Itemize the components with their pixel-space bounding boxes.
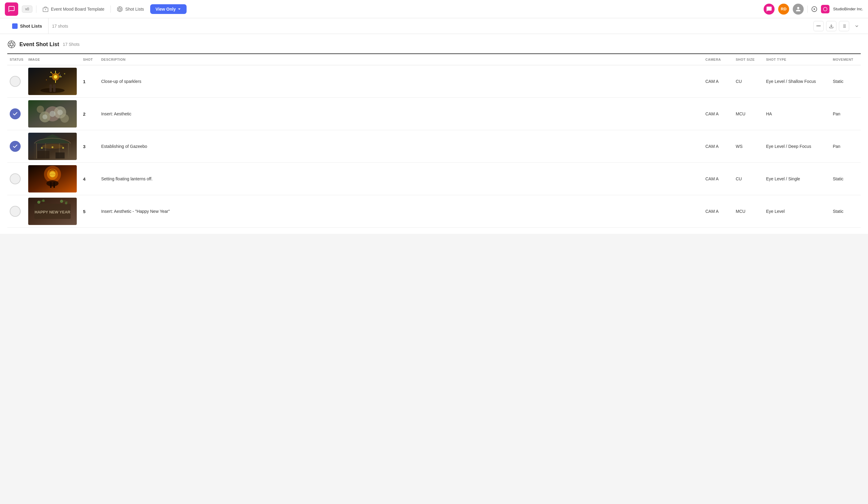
shot-image [28, 133, 77, 160]
play-icon[interactable] [811, 6, 817, 12]
aperture-icon [117, 6, 123, 12]
comment-icon [766, 6, 772, 12]
svg-point-69 [46, 180, 59, 187]
nav-right: RD StudioBinder Inc. [764, 4, 863, 14]
more-icon: ••• [816, 24, 821, 28]
shot-description: Insert: Aesthetic - "Happy New Year" [101, 209, 169, 214]
logo-icon [8, 6, 15, 13]
shot-list-header: Event Shot List 17 Shots [7, 40, 861, 49]
version-badge[interactable]: v0 [22, 6, 32, 13]
col-header-image: IMAGE [26, 54, 80, 65]
svg-point-62 [62, 147, 64, 149]
shot-camera: CAM A [705, 111, 719, 116]
shot-size: CU [736, 79, 742, 84]
app-logo[interactable] [5, 2, 18, 16]
view-only-button[interactable]: View Only [150, 4, 187, 14]
shot-lists-tab[interactable]: Shot Lists [6, 18, 49, 34]
svg-point-36 [60, 75, 61, 76]
shot-number: 2 [83, 111, 85, 117]
shot-list-title: Event Shot List [19, 41, 59, 48]
status-checked-icon[interactable] [10, 141, 21, 152]
shot-size: MCU [736, 111, 745, 116]
shot-movement: Static [833, 209, 844, 214]
svg-text:HAPPY NEW YEAR: HAPPY NEW YEAR [34, 210, 71, 214]
download-button[interactable] [826, 21, 836, 31]
svg-point-75 [37, 201, 40, 204]
status-checked-icon[interactable] [10, 108, 21, 119]
shot-list-logo-icon [7, 40, 16, 49]
version-label: v0 [25, 7, 29, 11]
shot-movement: Pan [833, 111, 840, 116]
table-row[interactable]: HAPPY NEW YEAR 5Insert: Aesthetic - "Hap… [7, 195, 861, 228]
svg-rect-55 [36, 143, 37, 159]
table-row[interactable]: 4Setting floating lanterns off.CAM ACUEy… [7, 163, 861, 195]
shot-type: Eye Level / Shallow Focus [766, 79, 816, 84]
table-row[interactable]: 1Close-up of sparklersCAM ACUEye Level /… [7, 65, 861, 98]
shot-lists-nav-item[interactable]: Shot Lists [114, 5, 146, 13]
status-unchecked-icon[interactable] [10, 206, 21, 217]
svg-point-76 [42, 200, 44, 202]
shot-number: 1 [83, 79, 85, 84]
table-body: 1Close-up of sparklersCAM ACUEye Level /… [7, 65, 861, 228]
shot-description: Setting floating lanterns off. [101, 177, 152, 181]
col-header-shot: SHOT [80, 54, 99, 65]
svg-marker-11 [814, 8, 815, 10]
chevron-down-icon [177, 7, 181, 11]
chevron-icon [854, 24, 859, 29]
view-only-label: View Only [156, 7, 176, 11]
shot-size: CU [736, 177, 742, 181]
svg-point-37 [46, 80, 47, 80]
svg-point-28 [54, 75, 57, 79]
shot-size: WS [736, 144, 743, 149]
svg-line-20 [12, 43, 14, 47]
svg-rect-56 [68, 143, 69, 159]
list-icon [841, 24, 846, 29]
table-row[interactable]: 2Insert: AestheticCAM AMCUHAPan [7, 98, 861, 130]
shot-number: 5 [83, 209, 85, 214]
shot-description: Insert: Aesthetic [101, 111, 131, 116]
status-unchecked-icon[interactable] [10, 173, 21, 184]
shot-type: Eye Level / Deep Focus [766, 144, 811, 149]
table-row[interactable]: 3Establishing of GazeeboCAM AWSEye Level… [7, 130, 861, 163]
svg-point-78 [65, 202, 68, 204]
project-nav-item[interactable]: Event Mood Board Template [40, 5, 107, 13]
expand-button[interactable] [851, 21, 862, 31]
svg-point-60 [41, 147, 43, 149]
svg-line-25 [11, 44, 13, 48]
svg-rect-71 [53, 182, 55, 188]
table-header: STATUS IMAGE SHOT DESCRIPTION CAMERA SHO… [7, 54, 861, 65]
shot-description: Close-up of sparklers [101, 79, 141, 84]
shot-description: Establishing of Gazeebo [101, 144, 147, 149]
avatar-user1[interactable] [764, 4, 775, 14]
view-toggle-button[interactable] [839, 21, 849, 31]
col-header-movement: MOVEMENT [830, 54, 861, 65]
svg-point-38 [64, 73, 65, 74]
avatar-user3[interactable] [793, 4, 804, 14]
shot-size: MCU [736, 209, 745, 214]
svg-line-22 [10, 41, 12, 44]
col-header-status: STATUS [7, 54, 26, 65]
svg-point-39 [40, 88, 65, 93]
studiobinder-icon [821, 5, 829, 13]
col-header-camera: CAMERA [703, 54, 733, 65]
nav-divider-1 [36, 6, 37, 13]
status-unchecked-icon[interactable] [10, 76, 21, 87]
avatar-rd[interactable]: RD [778, 4, 789, 14]
svg-line-23 [9, 42, 11, 46]
checkmark-icon [12, 144, 18, 149]
svg-rect-70 [50, 182, 52, 188]
svg-point-61 [52, 147, 53, 148]
shot-image [28, 165, 77, 192]
checkmark-icon [12, 111, 18, 117]
col-header-shottype: SHOT TYPE [764, 54, 830, 65]
shot-lists-label: Shot Lists [125, 7, 144, 11]
shot-type: HA [766, 111, 772, 116]
top-nav: v0 Event Mood Board Template Shot Lists … [0, 0, 868, 18]
shot-image [28, 100, 77, 128]
more-options-button[interactable]: ••• [813, 21, 824, 31]
svg-rect-51 [28, 100, 77, 128]
shot-list-count: 17 Shots [63, 42, 80, 47]
nav-right-divider [807, 6, 808, 13]
shot-number: 3 [83, 144, 85, 149]
project-name: Event Mood Board Template [51, 7, 104, 11]
